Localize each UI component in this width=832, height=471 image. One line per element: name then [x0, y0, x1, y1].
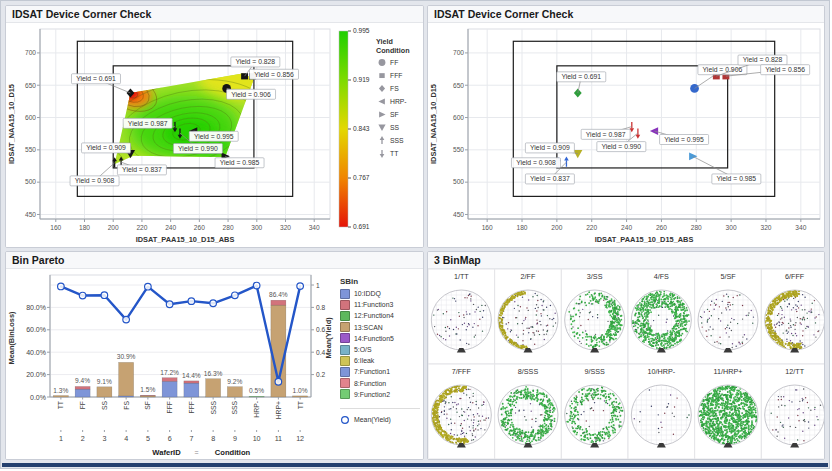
- sbin-item-8:Function[interactable]: 8:Function: [340, 378, 420, 389]
- svg-text:Yield = 0.828: Yield = 0.828: [743, 56, 783, 63]
- svg-text:HRP+: HRP+: [275, 401, 282, 419]
- legend-item-label: SF: [390, 111, 399, 118]
- wafer-binmap-grid[interactable]: 1/TT2/FF3/SS4/FS5/SF6/FFF7/FFF8/SSS9/SSS…: [428, 269, 824, 459]
- sbin-item-label: 7:Function1: [354, 368, 390, 375]
- wafer-12/TT: 12/TT: [761, 364, 824, 459]
- svg-text:11/HRP+: 11/HRP+: [714, 367, 743, 376]
- sbin-item-label: 11:Function3: [354, 301, 393, 308]
- sbin-item-5:O/S[interactable]: 5:O/S: [340, 344, 420, 355]
- svg-text:TT: TT: [297, 401, 304, 409]
- svg-text:Yield = 0.909: Yield = 0.909: [530, 144, 570, 151]
- svg-text:1.0%: 1.0%: [293, 387, 308, 394]
- scatter-plot[interactable]: 1601802002202402602803003203404505005506…: [428, 23, 824, 245]
- sbin-item-label: 6:Ileak: [354, 357, 374, 364]
- svg-text:450: 450: [25, 211, 36, 218]
- legend-item-SSS[interactable]: SSS: [376, 134, 422, 146]
- circle-icon: [376, 57, 390, 68]
- sbin-item-11:Function3[interactable]: 11:Function3: [340, 299, 420, 310]
- svg-text:10/HRP-: 10/HRP-: [648, 367, 676, 376]
- svg-text:=: =: [194, 449, 198, 456]
- svg-text:6: 6: [168, 434, 172, 443]
- window-bottom-bar: [2, 463, 828, 467]
- svg-text:340: 340: [795, 224, 806, 231]
- legend-item-FF[interactable]: FF: [376, 56, 422, 68]
- legend-item-FFF[interactable]: FFF: [376, 69, 422, 81]
- legend-item-FS[interactable]: FS: [376, 82, 422, 94]
- legend-item-label: FF: [390, 59, 398, 66]
- svg-text:IDSAT_PAA15_10_D15_ABS: IDSAT_PAA15_10_D15_ABS: [136, 235, 235, 244]
- svg-text:8/SSS: 8/SSS: [518, 367, 539, 376]
- svg-text:7: 7: [189, 434, 193, 443]
- svg-text:8: 8: [211, 434, 215, 443]
- legend-item-SS[interactable]: SS: [376, 121, 422, 133]
- sbin-swatch: [340, 378, 350, 388]
- legend-item-label: HRP-: [390, 98, 407, 105]
- sbin-item-12:Function4[interactable]: 12:Function4: [340, 310, 420, 321]
- sbin-item-13:SCAN[interactable]: 13:SCAN: [340, 322, 420, 333]
- svg-text:9/SSS: 9/SSS: [584, 367, 605, 376]
- legend-item-TT[interactable]: TT: [376, 147, 422, 159]
- svg-text:FFF: FFF: [166, 401, 173, 413]
- legend-item-label: SS: [390, 124, 399, 131]
- svg-text:3: 3: [102, 434, 106, 443]
- sbin-item-10:IDDQ[interactable]: 10:IDDQ: [340, 288, 420, 299]
- svg-text:Yield = 0.828: Yield = 0.828: [236, 58, 276, 65]
- svg-text:Yield = 0.985: Yield = 0.985: [717, 175, 757, 182]
- triangle-right-icon: [376, 109, 390, 120]
- sbin-item-6:Ileak[interactable]: 6:Ileak: [340, 355, 420, 366]
- svg-text:FS: FS: [123, 401, 130, 410]
- panel-binmap: 3 BinMap 1/TT2/FF3/SS4/FS5/SF6/FFF7/FFF8…: [427, 251, 825, 460]
- svg-text:HRP-: HRP-: [253, 401, 260, 418]
- bin-pareto-chart[interactable]: 0.0%20.0%40.0%60.0%80.0%0.20.40.60.81Mea…: [6, 269, 336, 460]
- legend-item-label: TT: [390, 150, 398, 157]
- legend-title: Yield: [376, 37, 422, 46]
- svg-text:SF: SF: [144, 401, 151, 410]
- sbin-item-label: 5:O/S: [354, 346, 372, 353]
- svg-text:180: 180: [517, 224, 528, 231]
- sbin-item-14:Function5[interactable]: 14:Function5: [340, 333, 420, 344]
- svg-text:10: 10: [253, 434, 261, 443]
- svg-text:20.0%: 20.0%: [26, 371, 46, 378]
- contour-plot[interactable]: 1601802002202402602803003203404505005506…: [6, 23, 336, 245]
- wafer-4/FS: 4/FS: [628, 269, 695, 364]
- svg-text:17.2%: 17.2%: [160, 369, 179, 376]
- svg-text:300: 300: [726, 224, 737, 231]
- panel-corner-scatter: IDSAT Device Corner Check 16018020022024…: [427, 5, 825, 248]
- svg-text:2/FF: 2/FF: [521, 272, 536, 281]
- svg-text:160: 160: [50, 224, 61, 231]
- panel-corner-contour: IDSAT Device Corner Check 16018020022024…: [5, 5, 424, 248]
- wafer-8/SSS: 8/SSS: [495, 364, 562, 459]
- svg-text:700: 700: [25, 49, 36, 56]
- svg-text:0.0%: 0.0%: [30, 394, 46, 401]
- svg-text:Yield = 0.985: Yield = 0.985: [220, 159, 260, 166]
- svg-text:1.3%: 1.3%: [53, 387, 68, 394]
- legend-item-HRP-[interactable]: HRP-: [376, 95, 422, 107]
- svg-text:Yield = 0.990: Yield = 0.990: [178, 145, 218, 152]
- svg-text:0.5%: 0.5%: [249, 387, 264, 394]
- legend-item-SF[interactable]: SF: [376, 108, 422, 120]
- sbin-swatch: [340, 311, 350, 321]
- mean-yield-legend[interactable]: Mean(Yield): [340, 408, 420, 426]
- square-icon: [376, 70, 390, 81]
- svg-text:600: 600: [453, 114, 464, 121]
- svg-text:650: 650: [25, 82, 36, 89]
- svg-text:Condition: Condition: [215, 448, 251, 457]
- panel-title: 3 BinMap: [428, 252, 824, 269]
- open-circle-icon: [340, 415, 350, 425]
- sbin-item-9:Function2[interactable]: 9:Function2: [340, 389, 420, 400]
- sbin-legend-title: SBin: [340, 277, 420, 286]
- sbin-item-7:Function1[interactable]: 7:Function1: [340, 366, 420, 377]
- svg-text:1: 1: [59, 434, 63, 443]
- svg-text:Yield = 0.906: Yield = 0.906: [703, 66, 743, 73]
- wafer-5/SF: 5/SF: [695, 269, 762, 364]
- svg-text:9.2%: 9.2%: [227, 378, 242, 385]
- svg-text:500: 500: [25, 178, 36, 185]
- svg-text:300: 300: [251, 224, 262, 231]
- sbin-swatch: [340, 345, 350, 355]
- svg-text:4/FS: 4/FS: [654, 272, 669, 281]
- svg-text:16.3%: 16.3%: [204, 370, 223, 377]
- svg-text:260: 260: [194, 224, 205, 231]
- svg-text:260: 260: [656, 224, 667, 231]
- sbin-item-label: 8:Function: [354, 380, 386, 387]
- sbin-swatch: [340, 289, 350, 299]
